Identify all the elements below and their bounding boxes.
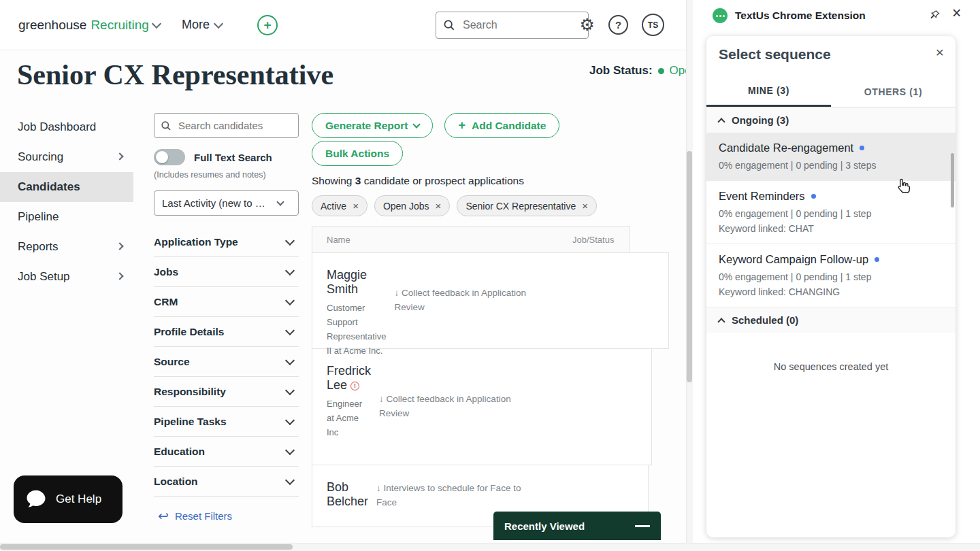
help-icon[interactable]: ? [608,15,628,35]
sort-order-value: Last Activity (new to … [162,197,278,209]
filter-section-label: Profile Details [154,326,224,338]
stage-status-text: Collect feedback in Application Review [379,394,511,418]
sidebar-item-pipeline[interactable]: Pipeline [0,202,133,232]
recently-viewed-bar[interactable]: Recently Viewed [493,512,661,540]
section-ongoing[interactable]: Ongoing (3) [706,107,956,133]
filter-section-label: Source [154,356,190,368]
panel-scrollbar-thumb[interactable] [951,153,954,207]
chip-label: Senior CX Representative [466,201,576,212]
full-text-search-note: (Includes resumes and notes) [154,170,299,180]
active-dot-icon [875,257,879,262]
add-candidate-button[interactable]: + Add Candidate [444,113,559,138]
status-cell: ↓ Collect feedback in Application Review [379,349,525,465]
candidate-search-input[interactable] [177,119,289,132]
filter-section-source[interactable]: Source [154,347,299,377]
warning-icon: ! [350,382,359,390]
filter-section-responsibility[interactable]: Responsibility [154,377,299,407]
filter-section-profile-details[interactable]: Profile Details [154,317,299,347]
candidate-name[interactable]: Fredrick Lee! [327,364,371,393]
tab-mine[interactable]: MINE (3) [706,76,831,107]
greenhouse-logo[interactable]: greenhouse Recruiting [18,18,160,33]
results-count: 3 [355,175,361,186]
quick-add-button[interactable]: + [257,15,278,35]
chevron-down-icon [214,19,223,29]
stage-status: ↓ Collect feedback in Application Review [394,286,540,315]
sidebar-item-candidates[interactable]: Candidates [0,172,133,202]
undo-icon: ↩ [158,510,169,522]
minimize-icon[interactable] [635,525,650,527]
sequence-name: Keyword Campaign Follow-up [719,253,868,266]
table-row[interactable]: Fredrick Lee! Engineer at Acme Inc ↓ Col… [312,348,652,465]
main-app-region: greenhouse Recruiting More + ⚙ ? TS Seni… [0,0,686,543]
close-icon[interactable]: × [436,200,442,212]
status-cell: ↓ Collect feedback in Application Review [394,253,540,348]
filter-section-jobs[interactable]: Jobs [154,257,299,287]
filter-section-label: Application Type [154,236,238,248]
chevron-right-icon [116,242,123,250]
close-icon[interactable]: × [952,5,961,21]
search-icon [443,19,455,31]
close-icon[interactable]: × [582,200,588,212]
chevron-up-icon [717,318,725,325]
sidebar-item-sourcing[interactable]: Sourcing [0,142,133,172]
extension-title: TextUs Chrome Extension [735,10,866,22]
filter-section-pipeline-tasks[interactable]: Pipeline Tasks [154,407,299,437]
open-status-dot [658,68,664,74]
user-avatar[interactable]: TS [642,14,664,36]
filter-section-label: Jobs [154,266,178,278]
main-vertical-scrollbar-thumb[interactable] [687,151,692,382]
sequence-meta: 0% engagement | 0 pending | 3 steps [719,160,943,171]
sidebar-item-job-dashboard[interactable]: Job Dashboard [0,112,133,142]
more-menu[interactable]: More [182,18,222,32]
chevron-down-icon [285,266,295,276]
global-search-box[interactable] [436,12,589,39]
pin-icon[interactable] [930,10,941,20]
generate-report-button[interactable]: Generate Report [312,113,433,138]
filter-section-education[interactable]: Education [154,437,299,467]
filter-section-location[interactable]: Location [154,467,299,497]
job-status-value[interactable]: Ope [670,64,686,78]
stage-status: ↓ Collect feedback in Application Review [379,393,525,421]
full-text-search-toggle[interactable] [154,149,185,165]
section-scheduled[interactable]: Scheduled (0) [706,307,956,333]
gear-icon[interactable]: ⚙ [580,16,595,33]
sequence-name: Candidate Re-engagement [719,141,853,154]
textus-logo-icon [713,8,728,23]
filter-section-crm[interactable]: CRM [154,287,299,317]
results-prefix: Showing [312,175,352,186]
chip-active[interactable]: Active × [312,195,368,216]
candidate-name[interactable]: Bob Belcher [327,480,368,509]
reset-filters-link[interactable]: ↩ Reset Filters [154,510,299,522]
tab-others[interactable]: OTHERS (1) [831,76,956,107]
stage-status-text: Interviews to schedule for Face to Face [376,483,521,507]
logo-text: greenhouse [18,18,86,33]
textus-extension-panel: TextUs Chrome Extension × Select sequenc… [693,0,980,543]
horizontal-scrollbar-thumb[interactable] [0,544,293,550]
sidebar-item-job-setup[interactable]: Job Setup [0,262,133,292]
sequence-item-event-reminders[interactable]: Event Reminders 0% engagement | 0 pendin… [706,181,956,244]
bulk-actions-button[interactable]: Bulk Actions [312,141,403,166]
column-header-job-status: Job/Status [572,235,614,245]
sidebar-item-label: Candidates [18,180,80,194]
sequence-item-candidate-re-engagement[interactable]: Candidate Re-engagement 0% engagement | … [706,133,956,181]
chevron-down-icon [285,356,295,365]
candidate-search-box[interactable] [154,113,299,138]
get-help-button[interactable]: Get Help [14,475,122,523]
sidebar-item-reports[interactable]: Reports [0,232,133,262]
chip-senior-cx-representative[interactable]: Senior CX Representative × [457,195,597,216]
sort-order-select[interactable]: Last Activity (new to … [154,190,299,216]
chip-open-jobs[interactable]: Open Jobs × [374,195,450,216]
global-search-input[interactable] [461,18,566,32]
close-icon[interactable]: × [936,45,944,59]
reset-filters-label: Reset Filters [175,510,232,522]
close-icon[interactable]: × [353,200,359,212]
recently-viewed-label: Recently Viewed [504,520,585,532]
candidate-job-title: Engineer at Acme Inc [327,397,371,439]
sequence-card-header: Select sequence × [706,36,956,63]
table-header: Name Job/Status [312,226,630,253]
candidate-name[interactable]: Maggie Smith [327,268,386,297]
filter-section-application-type[interactable]: Application Type [154,227,299,257]
job-status: Job Status: Ope [589,64,686,78]
sequence-item-keyword-campaign-follow-up[interactable]: Keyword Campaign Follow-up 0% engagement… [706,244,956,307]
table-row[interactable]: Maggie Smith Customer Support Representa… [312,252,669,349]
